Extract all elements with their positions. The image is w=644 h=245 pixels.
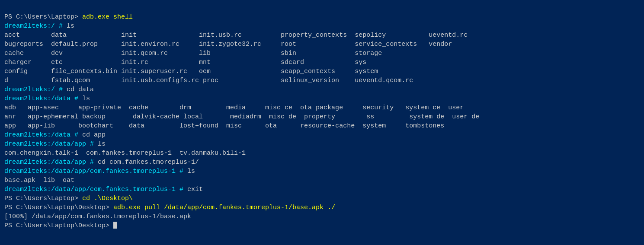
terminal-line: dream2lteks:/data # ls <box>4 94 640 103</box>
terminal-line: anr app-ephemeral backup dalvik-cache lo… <box>4 112 640 121</box>
terminal-line: dream2lteks:/data/app # cd com.fankes.tm… <box>4 158 640 167</box>
terminal-line: PS C:\Users\Laptop\Desktop> adb.exe pull… <box>4 203 640 212</box>
terminal-line: d fstab.qcom init.usb.configfs.rc proc s… <box>4 76 640 85</box>
terminal-line: dream2lteks:/data/app/com.fankes.tmorepl… <box>4 167 640 176</box>
terminal-line: cache dev init.qcom.rc lib sbin storage <box>4 49 640 58</box>
terminal-line: dream2lteks:/data # cd app <box>4 130 640 140</box>
terminal-line: charger etc init.rc mnt sdcard sys <box>4 58 640 67</box>
terminal-line: config file_contexts.bin init.superuser.… <box>4 67 640 76</box>
terminal-line: [100%] /data/app/com.fankes.tmoreplus-1/… <box>4 212 640 221</box>
terminal-line: dream2lteks:/ # cd data <box>4 85 640 94</box>
terminal-line: app app-lib bootchart data lost+found mi… <box>4 121 640 130</box>
terminal-line: dream2lteks:/ # ls <box>4 22 640 31</box>
terminal-line: dream2lteks:/data/app # ls <box>4 140 640 149</box>
terminal-line: PS C:\Users\Laptop> cd .\Desktop\ <box>4 194 640 203</box>
terminal-line: adb app-asec app-private cache drm media… <box>4 103 640 112</box>
terminal-line: PS C:\Users\Laptop> adb.exe shell <box>4 13 640 22</box>
terminal-line: com.chengxin.talk-1 com.fankes.tmoreplus… <box>4 149 640 158</box>
terminal-line: PS C:\Users\Laptop\Desktop> █ <box>4 221 640 230</box>
terminal-line: dream2lteks:/data/app/com.fankes.tmorepl… <box>4 185 640 194</box>
terminal-output: PS C:\Users\Laptop> adb.exe shelldream2l… <box>4 3 640 230</box>
terminal-line: base.apk lib oat <box>4 176 640 185</box>
terminal-line: acct data init init.usb.rc property_cont… <box>4 31 640 40</box>
terminal-line: bugreports default.prop init.environ.rc … <box>4 40 640 49</box>
